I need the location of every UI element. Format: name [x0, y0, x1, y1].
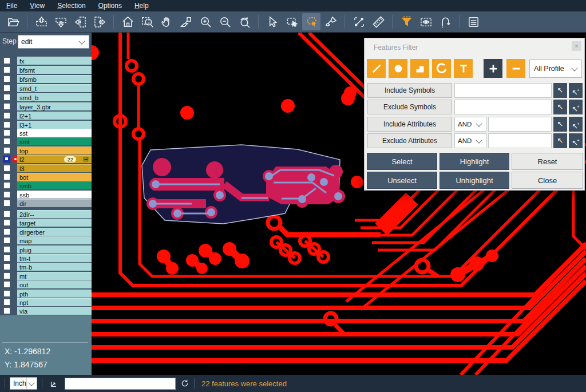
- layer-name[interactable]: ssb: [17, 191, 92, 199]
- layer-name[interactable]: l2+1: [17, 112, 92, 120]
- layer-name[interactable]: smd_b: [17, 93, 92, 101]
- layer-name[interactable]: plug: [17, 246, 92, 254]
- close-button[interactable]: Close: [512, 172, 583, 189]
- layer-name[interactable]: npt: [17, 298, 92, 306]
- import-left-icon[interactable]: [71, 13, 89, 30]
- pick-add-symbol-icon[interactable]: ↖+: [569, 83, 583, 98]
- layer-row-2dir--[interactable]: 2dir--: [0, 210, 92, 218]
- pick-symbol-icon[interactable]: ↖: [553, 100, 567, 114]
- layer-checkbox[interactable]: [3, 290, 10, 297]
- selection-region[interactable]: [142, 145, 345, 224]
- layer-name[interactable]: layer_3.gbr: [17, 102, 92, 110]
- layer-checkbox[interactable]: [3, 173, 10, 180]
- layer-name[interactable]: fx: [17, 57, 92, 65]
- layer-name[interactable]: pth: [17, 290, 92, 298]
- layer-row-l2+1[interactable]: l2+1: [0, 112, 92, 120]
- rect-select-icon[interactable]: [283, 13, 301, 30]
- exclude-symbols-button[interactable]: Exclude Symbols: [367, 100, 452, 114]
- layer-row-bfsmt[interactable]: bfsmt: [0, 66, 92, 74]
- layer-row-smt[interactable]: smt: [0, 137, 92, 145]
- layer-checkbox[interactable]: [3, 121, 10, 128]
- pick-attribute-icon[interactable]: ↖: [553, 117, 567, 132]
- polygon-select-icon[interactable]: [302, 13, 320, 30]
- layer-checkbox[interactable]: [3, 255, 10, 262]
- command-input[interactable]: [65, 378, 176, 390]
- menu-options[interactable]: Options: [92, 0, 128, 11]
- layer-checkbox[interactable]: [3, 228, 10, 235]
- features-filter-icon[interactable]: [397, 13, 415, 30]
- import-right-icon[interactable]: [90, 13, 109, 30]
- select-button[interactable]: Select: [367, 153, 437, 170]
- layer-name[interactable]: dir: [17, 199, 92, 207]
- layer-name[interactable]: tm-b: [17, 263, 92, 271]
- layer-checkbox[interactable]: [3, 237, 10, 244]
- layer-name[interactable]: l3+1: [17, 121, 92, 129]
- layer-checkbox[interactable]: [3, 281, 10, 288]
- layer-name[interactable]: smt: [17, 137, 92, 145]
- layer-row-via[interactable]: via: [0, 307, 92, 315]
- select-cursor-icon[interactable]: [263, 13, 282, 30]
- zoom-in-icon[interactable]: [196, 13, 215, 30]
- import-bottom-icon[interactable]: [52, 13, 70, 30]
- unselect-button[interactable]: Unselect: [367, 172, 437, 189]
- pad-feature-icon[interactable]: [389, 59, 407, 78]
- layer-checkbox[interactable]: [3, 138, 10, 145]
- surface-feature-icon[interactable]: [410, 59, 429, 78]
- layer-row-bot[interactable]: bot: [0, 173, 92, 181]
- layer-row-smb[interactable]: smb: [0, 181, 92, 189]
- layer-name[interactable]: smd_t: [17, 84, 92, 92]
- layer-checkbox[interactable]: [3, 191, 10, 198]
- layer-row-out[interactable]: out: [0, 280, 92, 288]
- layer-checkbox[interactable]: [3, 246, 10, 253]
- layer-row-top[interactable]: top: [0, 146, 92, 155]
- zoom-out-icon[interactable]: [216, 13, 234, 30]
- layer-checkbox[interactable]: [3, 156, 10, 163]
- layer-row-plug[interactable]: plug: [0, 246, 92, 254]
- zoom-previous-icon[interactable]: [235, 13, 254, 30]
- import-top-icon[interactable]: [32, 13, 50, 30]
- layer-name[interactable]: mt: [17, 272, 92, 280]
- layer-name[interactable]: top: [17, 146, 92, 155]
- layer-name[interactable]: tm-t: [17, 254, 92, 262]
- snap-angle-icon[interactable]: [49, 379, 59, 389]
- close-icon[interactable]: ×: [572, 41, 581, 51]
- layers-panel-icon[interactable]: [464, 13, 482, 30]
- zoom-window-icon[interactable]: [138, 13, 156, 30]
- pan-hand-icon[interactable]: [157, 13, 176, 30]
- layer-row-mt[interactable]: mt: [0, 272, 92, 280]
- pick-symbol-icon[interactable]: ↖: [553, 83, 567, 98]
- and-select[interactable]: AND: [454, 133, 486, 148]
- plus-feature-icon[interactable]: [484, 59, 502, 78]
- menu-help[interactable]: Help: [128, 0, 155, 11]
- zoom-object-icon[interactable]: [177, 13, 195, 30]
- exclude-symbols-input[interactable]: [454, 100, 552, 114]
- layer-row-fx[interactable]: fx: [0, 57, 92, 65]
- exclude-attributes-input[interactable]: [488, 133, 552, 148]
- grid-icon[interactable]: ⊞: [83, 155, 89, 163]
- layer-checkbox[interactable]: [3, 307, 10, 314]
- layer-checkbox[interactable]: [3, 85, 10, 92]
- layer-row-dir[interactable]: dir: [0, 199, 92, 207]
- layer-checkbox[interactable]: [3, 219, 10, 226]
- layer-checkbox[interactable]: [3, 165, 10, 172]
- step-select[interactable]: edit: [18, 35, 89, 49]
- home-view-icon[interactable]: [118, 13, 137, 30]
- layer-row-l3+1[interactable]: l3+1: [0, 121, 92, 129]
- layer-row-smd_t[interactable]: smd_t: [0, 84, 92, 92]
- layer-checkbox[interactable]: [3, 76, 10, 82]
- pick-attribute-icon[interactable]: ↖: [553, 133, 567, 148]
- layer-checkbox[interactable]: [3, 103, 10, 110]
- layer-name[interactable]: via: [17, 307, 92, 315]
- layer-row-dirgerber[interactable]: dirgerber: [0, 228, 92, 236]
- layer-row-tm-b[interactable]: tm-b: [0, 263, 92, 271]
- layer-checkbox[interactable]: [3, 66, 10, 73]
- layer-name[interactable]: map: [17, 236, 92, 244]
- layer-row-pth[interactable]: pth: [0, 290, 92, 298]
- layer-row-bfsmb[interactable]: bfsmb: [0, 75, 92, 83]
- layer-row-layer_3.gbr[interactable]: layer_3.gbr: [0, 102, 92, 110]
- layer-row-target[interactable]: target: [0, 219, 92, 227]
- text-feature-icon[interactable]: [454, 59, 473, 78]
- layer-name[interactable]: smb: [17, 181, 92, 189]
- layer-name[interactable]: dirgerber: [17, 228, 92, 236]
- layer-checkbox[interactable]: [3, 147, 10, 154]
